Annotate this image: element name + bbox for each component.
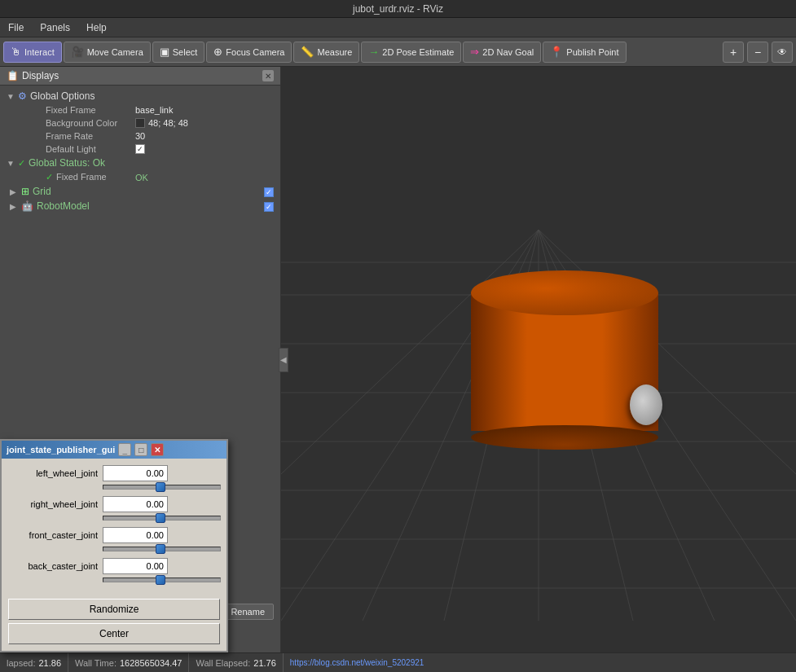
status-fixed-frame-value: OK: [135, 173, 148, 182]
global-status-label: Global Status: Ok: [29, 157, 105, 169]
robot-model: [471, 270, 658, 450]
pose-estimate-icon: →: [368, 46, 379, 58]
global-options-item[interactable]: ▼ ⚙ Global Options: [3, 89, 277, 103]
cylinder-top: [471, 270, 658, 315]
joint-dialog-content: left_wheel_joint 0.00 right_wheel_joint …: [2, 459, 226, 595]
elapsed-value: 21.86: [38, 658, 61, 668]
move-camera-label: Move Camera: [87, 47, 143, 57]
grid-checkbox[interactable]: ✓: [264, 187, 274, 197]
select-label: Select: [173, 47, 198, 57]
joint-dialog-titlebar: joint_state_publisher_gui _ □ ✕: [2, 441, 226, 459]
dialog-action-row: Randomize Center: [2, 595, 226, 651]
grid-checkbox-area: ✓: [264, 186, 274, 197]
frame-rate-row: Frame Rate 30: [3, 130, 277, 143]
joint-slider-2[interactable]: [103, 547, 221, 551]
joint-slider-thumb-1[interactable]: [156, 513, 165, 523]
displays-header: 📋 Displays ✕: [0, 67, 280, 86]
nav-goal-label: 2D Nav Goal: [482, 47, 534, 57]
status-url: https://blog.csdn.net/weixin_5202921: [284, 658, 431, 667]
joint-slider-thumb-0[interactable]: [156, 482, 165, 492]
nav-goal-button[interactable]: ⇒ 2D Nav Goal: [463, 42, 541, 63]
measure-button[interactable]: 📏 Measure: [293, 42, 359, 63]
eye-button[interactable]: 👁: [772, 42, 793, 63]
frame-rate-label: Frame Rate: [46, 131, 135, 141]
plus-button[interactable]: +: [723, 42, 744, 63]
3d-viewport[interactable]: [281, 67, 796, 652]
status-bar: lapsed: 21.86 Wall Time: 1628565034.47 W…: [0, 652, 796, 672]
focus-camera-label: Focus Camera: [226, 47, 284, 57]
joint-slider-row-2: [8, 547, 220, 551]
displays-title: 📋 Displays: [7, 70, 59, 81]
joint-dialog-restore[interactable]: □: [134, 443, 147, 456]
joint-name-2: front_caster_joint: [8, 530, 98, 540]
joint-dialog-close[interactable]: ✕: [151, 443, 164, 456]
caster-wheel: [630, 384, 662, 425]
cylinder-wrapper: [471, 270, 658, 450]
status-fixed-frame-label: ✓Fixed Frame: [46, 172, 135, 182]
pose-estimate-button[interactable]: → 2D Pose Estimate: [361, 42, 461, 63]
robot-model-item[interactable]: ▶ 🤖 RobotModel ✓: [3, 199, 277, 213]
menu-help[interactable]: Help: [81, 20, 112, 35]
move-camera-button[interactable]: 🎥 Move Camera: [64, 42, 151, 63]
rename-button[interactable]: Rename: [222, 604, 274, 620]
randomize-button[interactable]: Randomize: [8, 599, 220, 620]
wall-elapsed-value: 21.76: [253, 658, 276, 668]
menu-file[interactable]: File: [3, 20, 29, 35]
title-bar: jubot_urdr.rviz - RViz: [0, 0, 796, 18]
elapsed-label: lapsed:: [7, 658, 35, 668]
focus-camera-button[interactable]: ⊕ Focus Camera: [206, 42, 292, 63]
joint-slider-0[interactable]: [103, 485, 221, 490]
focus-camera-icon: ⊕: [213, 46, 222, 58]
grid-item[interactable]: ▶ ⊞ Grid ✓: [3, 184, 277, 199]
joint-slider-1[interactable]: [103, 516, 221, 520]
joint-dialog-title: joint_state_publisher_gui: [7, 445, 115, 455]
publish-point-button[interactable]: 📍 Publish Point: [543, 42, 626, 63]
wall-elapsed-field: Wall Elapsed: 21.76: [189, 653, 283, 672]
joint-dialog-minimize[interactable]: _: [118, 443, 131, 456]
grid-icon: ⊞: [21, 186, 29, 197]
robot-model-label: RobotModel: [37, 200, 90, 212]
minus-button[interactable]: −: [747, 42, 768, 63]
default-light-value: ✓: [135, 144, 145, 154]
elapsed-field: lapsed: 21.86: [0, 653, 68, 672]
interact-label: Interact: [24, 47, 55, 57]
displays-icon: 📋: [7, 70, 19, 81]
default-light-checkbox[interactable]: ✓: [135, 144, 145, 154]
global-status-arrow: ▼: [7, 159, 15, 168]
joint-slider-thumb-2[interactable]: [156, 544, 165, 554]
nav-goal-icon: ⇒: [470, 46, 479, 58]
robot-model-arrow: ▶: [10, 202, 18, 211]
cylinder-bottom: [471, 425, 658, 450]
joint-value-2[interactable]: 0.00: [103, 527, 168, 543]
joint-row-2: front_caster_joint 0.00: [8, 527, 220, 543]
global-status-item[interactable]: ▼ ✓ Global Status: Ok: [3, 156, 277, 170]
global-options-arrow: ▼: [7, 92, 15, 101]
global-status-check: ✓: [18, 158, 25, 169]
menu-bar: File Panels Help: [0, 18, 796, 37]
grid-label: Grid: [33, 186, 51, 197]
menu-panels[interactable]: Panels: [35, 20, 75, 35]
robot-model-checkbox[interactable]: ✓: [264, 202, 274, 212]
joint-slider-3[interactable]: [103, 578, 221, 582]
fixed-frame-label: Fixed Frame: [46, 105, 135, 115]
joint-value-3[interactable]: 0.00: [103, 558, 168, 574]
fixed-frame-row: Fixed Frame base_link: [3, 103, 277, 116]
joint-slider-row-0: [8, 485, 220, 490]
displays-tree: ▼ ⚙ Global Options Fixed Frame base_link…: [0, 86, 280, 217]
global-options-icon: ⚙: [18, 90, 27, 102]
joint-slider-thumb-3[interactable]: [156, 575, 165, 585]
joint-row-0: left_wheel_joint 0.00: [8, 465, 220, 481]
displays-panel-title: Displays: [22, 70, 59, 81]
collapse-handle[interactable]: ◀: [279, 348, 288, 372]
interact-icon: 🖱: [11, 46, 21, 58]
displays-close-button[interactable]: ✕: [262, 70, 274, 81]
joint-value-1[interactable]: 0.00: [103, 496, 168, 512]
joint-slider-row-1: [8, 516, 220, 520]
joint-value-0[interactable]: 0.00: [103, 465, 168, 481]
interact-button[interactable]: 🖱 Interact: [3, 42, 62, 63]
robot-model-icon: 🤖: [21, 200, 33, 212]
global-options-label: Global Options: [30, 90, 95, 102]
select-button[interactable]: ▣ Select: [152, 42, 205, 63]
center-button[interactable]: Center: [8, 623, 220, 644]
fixed-frame-value: base_link: [135, 105, 173, 115]
